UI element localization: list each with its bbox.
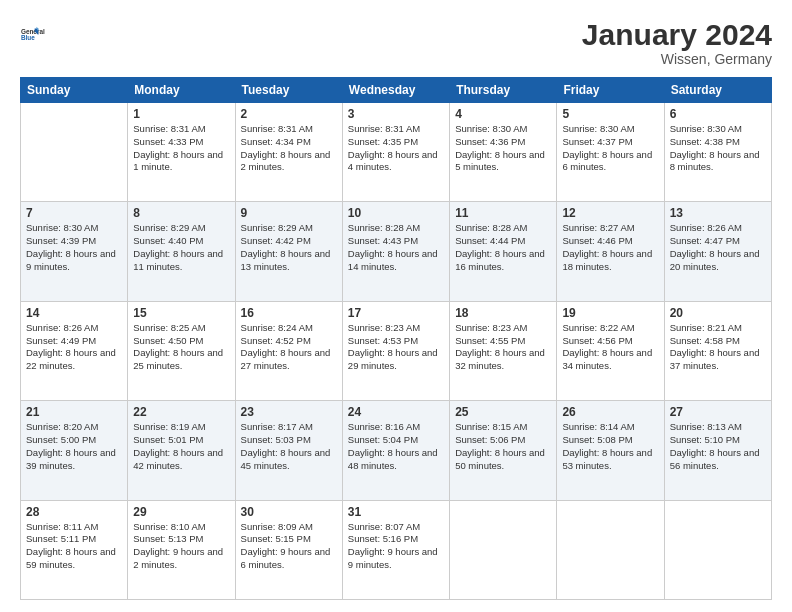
sunrise: Sunrise: 8:15 AM — [455, 421, 527, 432]
table-row: 1 Sunrise: 8:31 AM Sunset: 4:33 PM Dayli… — [21, 103, 772, 202]
day-number: 14 — [26, 306, 122, 320]
day-info: Sunrise: 8:28 AM Sunset: 4:44 PM Dayligh… — [455, 222, 551, 273]
sunrise: Sunrise: 8:26 AM — [26, 322, 98, 333]
sunrise: Sunrise: 8:16 AM — [348, 421, 420, 432]
daylight: Daylight: 8 hours and 2 minutes. — [241, 149, 331, 173]
daylight: Daylight: 8 hours and 1 minute. — [133, 149, 223, 173]
sunrise: Sunrise: 8:26 AM — [670, 222, 742, 233]
day-number: 17 — [348, 306, 444, 320]
day-info: Sunrise: 8:26 AM Sunset: 4:47 PM Dayligh… — [670, 222, 766, 273]
daylight: Daylight: 8 hours and 37 minutes. — [670, 347, 760, 371]
day-number: 25 — [455, 405, 551, 419]
sunrise: Sunrise: 8:27 AM — [562, 222, 634, 233]
day-number: 1 — [133, 107, 229, 121]
calendar-table: Sunday Monday Tuesday Wednesday Thursday… — [20, 77, 772, 600]
day-info: Sunrise: 8:29 AM Sunset: 4:40 PM Dayligh… — [133, 222, 229, 273]
day-number: 19 — [562, 306, 658, 320]
table-row: 21 Sunrise: 8:20 AM Sunset: 5:00 PM Dayl… — [21, 401, 772, 500]
sunrise: Sunrise: 8:29 AM — [133, 222, 205, 233]
day-info: Sunrise: 8:10 AM Sunset: 5:13 PM Dayligh… — [133, 521, 229, 572]
day-number: 21 — [26, 405, 122, 419]
daylight: Daylight: 8 hours and 25 minutes. — [133, 347, 223, 371]
day-number: 10 — [348, 206, 444, 220]
day-info: Sunrise: 8:30 AM Sunset: 4:38 PM Dayligh… — [670, 123, 766, 174]
day-number: 29 — [133, 505, 229, 519]
sunrise: Sunrise: 8:10 AM — [133, 521, 205, 532]
sunset: Sunset: 5:04 PM — [348, 434, 418, 445]
header-saturday: Saturday — [664, 78, 771, 103]
day-info: Sunrise: 8:27 AM Sunset: 4:46 PM Dayligh… — [562, 222, 658, 273]
day-info: Sunrise: 8:21 AM Sunset: 4:58 PM Dayligh… — [670, 322, 766, 373]
day-number: 5 — [562, 107, 658, 121]
day-number: 30 — [241, 505, 337, 519]
day-info: Sunrise: 8:13 AM Sunset: 5:10 PM Dayligh… — [670, 421, 766, 472]
day-number: 16 — [241, 306, 337, 320]
sunset: Sunset: 4:34 PM — [241, 136, 311, 147]
calendar-cell: 27 Sunrise: 8:13 AM Sunset: 5:10 PM Dayl… — [664, 401, 771, 500]
calendar-cell: 2 Sunrise: 8:31 AM Sunset: 4:34 PM Dayli… — [235, 103, 342, 202]
day-number: 15 — [133, 306, 229, 320]
header-sunday: Sunday — [21, 78, 128, 103]
daylight: Daylight: 8 hours and 59 minutes. — [26, 546, 116, 570]
calendar-cell: 20 Sunrise: 8:21 AM Sunset: 4:58 PM Dayl… — [664, 301, 771, 400]
day-info: Sunrise: 8:15 AM Sunset: 5:06 PM Dayligh… — [455, 421, 551, 472]
daylight: Daylight: 8 hours and 53 minutes. — [562, 447, 652, 471]
calendar-cell: 29 Sunrise: 8:10 AM Sunset: 5:13 PM Dayl… — [128, 500, 235, 599]
calendar-cell: 31 Sunrise: 8:07 AM Sunset: 5:16 PM Dayl… — [342, 500, 449, 599]
day-number: 4 — [455, 107, 551, 121]
day-number: 7 — [26, 206, 122, 220]
sunset: Sunset: 4:43 PM — [348, 235, 418, 246]
calendar-cell: 4 Sunrise: 8:30 AM Sunset: 4:36 PM Dayli… — [450, 103, 557, 202]
day-info: Sunrise: 8:23 AM Sunset: 4:53 PM Dayligh… — [348, 322, 444, 373]
table-row: 28 Sunrise: 8:11 AM Sunset: 5:11 PM Dayl… — [21, 500, 772, 599]
sunset: Sunset: 5:10 PM — [670, 434, 740, 445]
calendar-cell — [450, 500, 557, 599]
daylight: Daylight: 8 hours and 29 minutes. — [348, 347, 438, 371]
sunrise: Sunrise: 8:31 AM — [241, 123, 313, 134]
day-number: 27 — [670, 405, 766, 419]
day-info: Sunrise: 8:11 AM Sunset: 5:11 PM Dayligh… — [26, 521, 122, 572]
daylight: Daylight: 8 hours and 4 minutes. — [348, 149, 438, 173]
day-info: Sunrise: 8:07 AM Sunset: 5:16 PM Dayligh… — [348, 521, 444, 572]
sunset: Sunset: 4:42 PM — [241, 235, 311, 246]
sunset: Sunset: 4:37 PM — [562, 136, 632, 147]
day-info: Sunrise: 8:30 AM Sunset: 4:37 PM Dayligh… — [562, 123, 658, 174]
day-info: Sunrise: 8:17 AM Sunset: 5:03 PM Dayligh… — [241, 421, 337, 472]
daylight: Daylight: 8 hours and 18 minutes. — [562, 248, 652, 272]
sunrise: Sunrise: 8:29 AM — [241, 222, 313, 233]
day-number: 24 — [348, 405, 444, 419]
sunset: Sunset: 5:13 PM — [133, 533, 203, 544]
daylight: Daylight: 9 hours and 6 minutes. — [241, 546, 331, 570]
sunset: Sunset: 4:47 PM — [670, 235, 740, 246]
day-number: 20 — [670, 306, 766, 320]
sunset: Sunset: 4:44 PM — [455, 235, 525, 246]
day-info: Sunrise: 8:29 AM Sunset: 4:42 PM Dayligh… — [241, 222, 337, 273]
day-number: 8 — [133, 206, 229, 220]
sunset: Sunset: 5:16 PM — [348, 533, 418, 544]
day-number: 26 — [562, 405, 658, 419]
daylight: Daylight: 8 hours and 56 minutes. — [670, 447, 760, 471]
day-number: 18 — [455, 306, 551, 320]
sunset: Sunset: 4:40 PM — [133, 235, 203, 246]
calendar-cell: 25 Sunrise: 8:15 AM Sunset: 5:06 PM Dayl… — [450, 401, 557, 500]
sunrise: Sunrise: 8:20 AM — [26, 421, 98, 432]
daylight: Daylight: 8 hours and 8 minutes. — [670, 149, 760, 173]
sunrise: Sunrise: 8:30 AM — [26, 222, 98, 233]
calendar-cell: 18 Sunrise: 8:23 AM Sunset: 4:55 PM Dayl… — [450, 301, 557, 400]
header-monday: Monday — [128, 78, 235, 103]
header-friday: Friday — [557, 78, 664, 103]
header-tuesday: Tuesday — [235, 78, 342, 103]
logo-icon: General Blue — [20, 18, 52, 50]
day-info: Sunrise: 8:31 AM Sunset: 4:34 PM Dayligh… — [241, 123, 337, 174]
calendar-cell — [21, 103, 128, 202]
sunrise: Sunrise: 8:28 AM — [455, 222, 527, 233]
calendar-cell: 5 Sunrise: 8:30 AM Sunset: 4:37 PM Dayli… — [557, 103, 664, 202]
day-number: 3 — [348, 107, 444, 121]
calendar-cell: 11 Sunrise: 8:28 AM Sunset: 4:44 PM Dayl… — [450, 202, 557, 301]
calendar-cell: 22 Sunrise: 8:19 AM Sunset: 5:01 PM Dayl… — [128, 401, 235, 500]
calendar-cell: 7 Sunrise: 8:30 AM Sunset: 4:39 PM Dayli… — [21, 202, 128, 301]
calendar-cell: 1 Sunrise: 8:31 AM Sunset: 4:33 PM Dayli… — [128, 103, 235, 202]
sunset: Sunset: 4:55 PM — [455, 335, 525, 346]
day-number: 6 — [670, 107, 766, 121]
sunset: Sunset: 4:56 PM — [562, 335, 632, 346]
